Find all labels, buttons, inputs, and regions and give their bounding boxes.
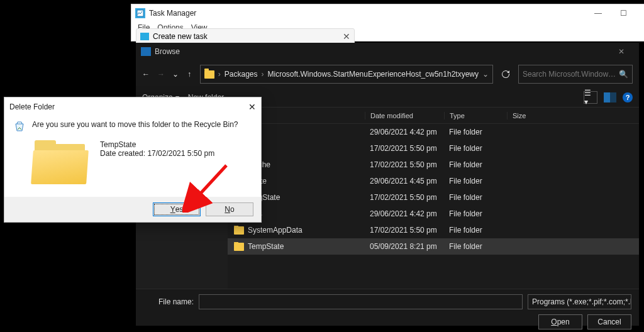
dialog-footer: Yes No: [4, 197, 261, 222]
browse-footer: File name: Programs (*.exe;*.pif;*.com;*…: [136, 289, 639, 332]
file-row[interactable]: SystemAppData 17/02/2021 5:50 pm File fo…: [228, 222, 639, 238]
dialog-close-button[interactable]: ✕: [248, 102, 256, 112]
refresh-button[interactable]: [501, 66, 511, 82]
filetype-select[interactable]: Programs (*.exe;*.pif;*.com;*.bat: [528, 294, 631, 309]
task-manager-icon: [135, 8, 145, 18]
open-button[interactable]: Open: [538, 314, 582, 329]
folder-icon: [234, 226, 244, 235]
close-button[interactable]: ✕: [636, 6, 644, 21]
large-folder-icon: [32, 140, 90, 185]
nav-forward-button[interactable]: →: [157, 67, 165, 81]
file-row[interactable]: ...ache 17/02/2021 5:50 pm File folder: [228, 157, 639, 173]
address-dropdown-icon[interactable]: ⌄: [482, 70, 489, 79]
browse-icon: [141, 47, 151, 56]
chevron-right-icon[interactable]: ›: [262, 70, 264, 79]
task-manager-title: Task Manager: [149, 9, 196, 18]
nav-back-button[interactable]: ←: [142, 67, 150, 81]
create-new-task-label: Create new task: [153, 32, 208, 41]
file-list: Name Date modified Type Size 29/06/2021 …: [228, 108, 639, 289]
browse-close-button[interactable]: ✕: [609, 44, 634, 59]
column-date[interactable]: Date modified: [365, 112, 444, 119]
task-manager-title-bar[interactable]: Task Manager — ☐ ✕: [131, 4, 644, 22]
no-button[interactable]: No: [206, 202, 253, 216]
browse-title: Browse: [155, 47, 180, 56]
address-bar[interactable]: › Packages › Microsoft.Windows.StartMenu…: [200, 65, 493, 84]
nav-recent-button[interactable]: ⌄: [172, 67, 179, 81]
search-placeholder: Search Microsoft.Windows....: [523, 70, 616, 79]
file-row-tempstate[interactable]: TempState 05/09/2021 8:21 pm File folder: [228, 238, 639, 255]
help-button[interactable]: ?: [623, 92, 633, 102]
file-row[interactable]: ...gs 29/06/2021 4:42 pm File folder: [228, 206, 639, 222]
browse-title-bar[interactable]: Browse ✕: [136, 43, 639, 60]
search-input[interactable]: Search Microsoft.Windows.... 🔍: [518, 65, 633, 84]
column-size[interactable]: Size: [507, 112, 551, 119]
recycle-bin-icon: [13, 120, 26, 133]
folder-icon: [234, 243, 244, 251]
search-icon: 🔍: [619, 70, 628, 79]
svg-rect-0: [137, 10, 143, 16]
breadcrumb-current[interactable]: Microsoft.Windows.StartMenuExperienceHos…: [268, 70, 479, 79]
view-options-button[interactable]: ☰ ▾: [584, 91, 597, 104]
dialog-item-name: TempState: [100, 140, 214, 149]
dialog-title-bar[interactable]: Delete Folder ✕: [4, 97, 261, 116]
cancel-button[interactable]: Cancel: [587, 314, 631, 329]
chevron-right-icon[interactable]: ›: [218, 70, 221, 79]
breadcrumb-packages[interactable]: Packages: [225, 70, 258, 79]
tab-close-icon[interactable]: ✕: [343, 31, 350, 42]
dialog-title: Delete Folder: [9, 102, 55, 111]
file-row[interactable]: 29/06/2021 4:42 pm File folder: [228, 124, 639, 140]
filename-label: File name:: [143, 297, 194, 306]
file-row[interactable]: ...tate 29/06/2021 4:45 pm File folder: [228, 173, 639, 189]
folder-icon: [204, 70, 214, 79]
nav-up-button[interactable]: ↑: [186, 67, 192, 81]
delete-folder-dialog: Delete Folder ✕ Are you sure you want to…: [4, 97, 262, 223]
column-headers: Name Date modified Type Size: [228, 108, 639, 124]
dialog-item-meta: Date created: 17/02/2021 5:50 pm: [100, 149, 214, 158]
browse-nav-toolbar: ← → ⌄ ↑ › Packages › Microsoft.Windows.S…: [136, 60, 639, 88]
preview-pane-button[interactable]: [604, 92, 616, 102]
file-row[interactable]: ...ngState 17/02/2021 5:50 pm File folde…: [228, 189, 639, 206]
column-type[interactable]: Type: [444, 112, 507, 119]
dialog-message: Are you sure you want to move this folde…: [32, 120, 238, 133]
yes-button[interactable]: Yes: [153, 202, 201, 216]
maximize-button[interactable]: ☐: [611, 6, 636, 21]
minimize-button[interactable]: —: [586, 6, 611, 21]
run-icon: [140, 33, 149, 40]
filename-input[interactable]: [199, 294, 523, 309]
file-row[interactable]: ...ta 17/02/2021 5:50 pm File folder: [228, 140, 639, 157]
